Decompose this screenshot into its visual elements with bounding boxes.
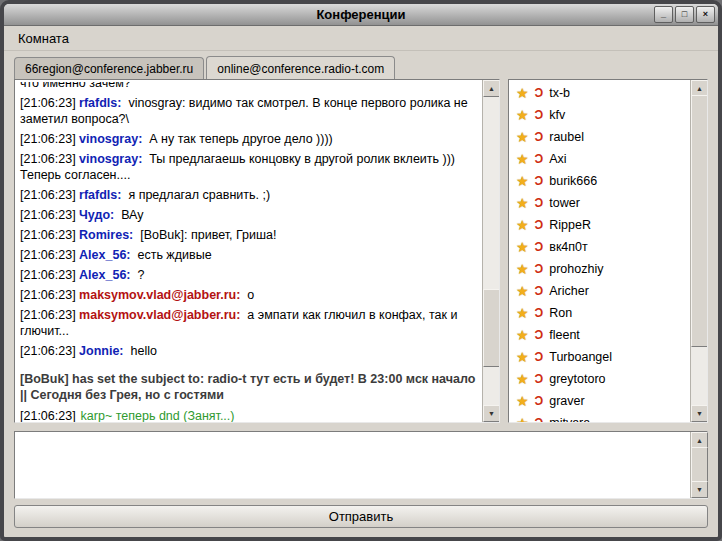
message-time: [21:06:23]	[20, 152, 79, 166]
roster-user[interactable]: ★ƆAxi	[509, 148, 691, 170]
menu-bar: Комната	[4, 26, 718, 51]
maximize-button[interactable]: □	[675, 6, 694, 23]
star-icon: ★	[516, 85, 529, 101]
message-time: [21:06:23]	[20, 344, 79, 358]
minimize-icon: _	[661, 10, 666, 19]
message-time: [21:06:23]	[20, 208, 79, 222]
star-icon: ★	[516, 195, 529, 211]
roster-user-name: Ron	[549, 306, 572, 320]
tab-66region-conference[interactable]: 66region@conference.jabber.ru	[14, 57, 204, 79]
roster-user[interactable]: ★ƆTurboangel	[509, 346, 691, 368]
tab-bar: 66region@conference.jabber.ru online@con…	[4, 51, 718, 79]
minimize-button[interactable]: _	[654, 6, 673, 23]
message-nick: vinosgray:	[79, 132, 142, 146]
roster-user[interactable]: ★Ɔmitvara	[509, 412, 691, 422]
chat-message: [21:06:23] Jonnie: hello	[20, 343, 477, 359]
roster-user-name: raubel	[549, 130, 584, 144]
roster-user[interactable]: ★Ɔraubel	[509, 126, 691, 148]
availability-icon: Ɔ	[535, 372, 544, 386]
roster-list: ★Ɔtx-b★Ɔkfv★Ɔraubel★ƆAxi★Ɔburik666★Ɔtowe…	[509, 80, 691, 422]
composer-scrollbar[interactable]: ▲ ▼	[690, 432, 707, 498]
scroll-up-button[interactable]: ▲	[483, 80, 500, 97]
roster-user-name: tower	[549, 196, 580, 210]
chat-message: [21:06:23] Romires: [BoBuk]: привет, Гри…	[20, 227, 477, 243]
availability-icon: Ɔ	[535, 196, 544, 210]
message-nick: Alex_56:	[79, 248, 130, 262]
chat-scrollbar[interactable]: ▲ ▼	[482, 80, 499, 422]
roster-user[interactable]: ★Ɔtx-b	[509, 82, 691, 104]
message-nick: Jonnie:	[79, 344, 123, 358]
roster-user[interactable]: ★Ɔвк4п0т	[509, 236, 691, 258]
conference-window: Конференции _ □ × Комната 66region@confe…	[0, 0, 722, 541]
roster-user[interactable]: ★Ɔburik666	[509, 170, 691, 192]
star-icon: ★	[516, 239, 529, 255]
roster-user-name: tx-b	[549, 86, 570, 100]
scroll-down-icon: ▼	[696, 410, 703, 417]
scroll-down-button[interactable]: ▼	[691, 481, 708, 498]
roster-user[interactable]: ★Ɔkfv	[509, 104, 691, 126]
star-icon: ★	[516, 393, 529, 409]
roster-user-name: graver	[549, 394, 584, 408]
availability-icon: Ɔ	[535, 350, 544, 364]
message-time: [21:06:23]	[20, 268, 79, 282]
roster-scrollbar[interactable]: ▲ ▼	[690, 80, 707, 422]
roster-user-name: greytotoro	[549, 372, 605, 386]
message-nick: Alex_56:	[79, 268, 130, 282]
roster-user-name: kfv	[549, 108, 565, 122]
chat-message: [21:06:23] rfafdls: vinosgray: видимо та…	[20, 95, 477, 127]
roster-user-name: burik666	[549, 174, 597, 188]
composer-scrollbar-thumb[interactable]	[691, 447, 708, 483]
menu-item-room[interactable]: Комната	[10, 29, 77, 48]
send-row: Отправить	[14, 505, 708, 528]
chat-log[interactable]: что именно зачем? [21:06:23] rfafdls: vi…	[15, 80, 483, 422]
message-text: о	[240, 288, 254, 302]
scroll-down-button[interactable]: ▼	[691, 405, 708, 422]
message-nick: rfafdls:	[79, 96, 121, 110]
close-button[interactable]: ×	[696, 6, 715, 23]
roster-user[interactable]: ★Ɔgreytotoro	[509, 368, 691, 390]
availability-icon: Ɔ	[535, 394, 544, 408]
message-time: [21:06:23]	[20, 308, 79, 322]
roster-user[interactable]: ★Ɔgraver	[509, 390, 691, 412]
availability-icon: Ɔ	[535, 240, 544, 254]
availability-icon: Ɔ	[535, 416, 544, 422]
message-text: есть ждивые	[131, 248, 212, 262]
roster-user[interactable]: ★ƆRippeR	[509, 214, 691, 236]
roster-user[interactable]: ★Ɔtower	[509, 192, 691, 214]
availability-icon: Ɔ	[535, 284, 544, 298]
chat-message: [21:06:23] vinosgray: Ты предлагаешь кон…	[20, 151, 477, 183]
message-nick: vinosgray:	[79, 152, 142, 166]
chat-message: [21:06:23] Alex_56: есть ждивые	[20, 247, 477, 263]
star-icon: ★	[516, 217, 529, 233]
tab-online-radio-t[interactable]: online@conference.radio-t.com	[206, 56, 395, 79]
availability-icon: Ɔ	[535, 306, 544, 320]
chat-message: [21:06:23] vinosgray: А ну так теперь др…	[20, 131, 477, 147]
message-text: я предлагал сравнить. ;)	[121, 188, 270, 202]
message-time: [21:06:23]	[20, 132, 79, 146]
roster-user-name: Turboangel	[549, 350, 612, 364]
subject-message: [BoBuk] has set the subject to: radio-t …	[20, 371, 477, 403]
roster-user[interactable]: ★Ɔfleent	[509, 324, 691, 346]
title-bar[interactable]: Конференции _ □ ×	[4, 4, 718, 26]
availability-icon: Ɔ	[535, 108, 544, 122]
roster-scrollbar-thumb[interactable]	[691, 95, 708, 347]
star-icon: ★	[516, 349, 529, 365]
chat-messages: [21:06:23] rfafdls: vinosgray: видимо та…	[20, 95, 477, 359]
chat-message: [21:06:23] rfafdls: я предлагал сравнить…	[20, 187, 477, 203]
send-button[interactable]: Отправить	[14, 505, 708, 528]
roster-user-name: Aricher	[549, 284, 589, 298]
message-input[interactable]	[15, 432, 691, 498]
roster-user[interactable]: ★ƆRon	[509, 302, 691, 324]
chat-scrollbar-thumb[interactable]	[483, 289, 500, 367]
window-title: Конференции	[4, 7, 718, 22]
scroll-down-icon: ▼	[488, 410, 495, 417]
scroll-up-icon: ▲	[488, 85, 495, 92]
roster-user[interactable]: ★Ɔprohozhiy	[509, 258, 691, 280]
scroll-down-button[interactable]: ▼	[483, 405, 500, 422]
star-icon: ★	[516, 327, 529, 343]
roster-user[interactable]: ★ƆAricher	[509, 280, 691, 302]
clipped-message: что именно зачем?	[20, 82, 477, 91]
roster-user-name: fleent	[549, 328, 580, 342]
star-icon: ★	[516, 415, 529, 422]
roster-user-name: mitvara	[549, 416, 590, 422]
